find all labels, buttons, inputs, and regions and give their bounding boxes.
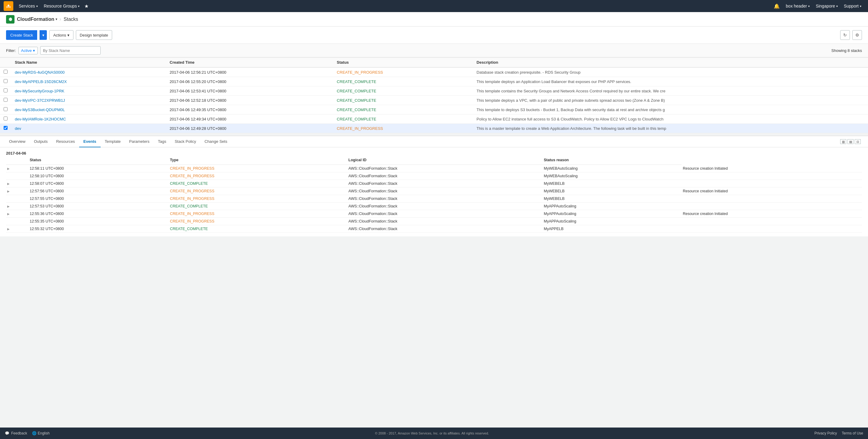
stack-name-link[interactable]: dev-MyRDS-4uGQNAS0000 xyxy=(15,70,65,75)
pin-icon[interactable]: ★ xyxy=(83,3,90,9)
event-reason: Resource creation Initiated xyxy=(682,210,862,218)
expand-arrow-icon[interactable]: ▶ xyxy=(7,227,10,231)
row-checkbox-cell xyxy=(0,67,11,77)
table-row[interactable]: dev-MyAPPELB-15D26CM2X 2017-04-06 12:55:… xyxy=(0,77,868,86)
row-description: This template deploys an Application Loa… xyxy=(473,77,868,86)
event-expand[interactable]: ▶ xyxy=(6,188,28,195)
expand-arrow-icon[interactable]: ▶ xyxy=(7,167,10,170)
tab-parameters[interactable]: Parameters xyxy=(125,136,154,147)
tab-stack-policy[interactable]: Stack Policy xyxy=(170,136,200,147)
row-checkbox[interactable] xyxy=(4,98,7,102)
cloudformation-icon xyxy=(6,15,14,24)
stack-name-link[interactable]: dev-MyS3Bucket-QDUPM0L xyxy=(15,107,65,112)
tab-template[interactable]: Template xyxy=(101,136,125,147)
table-row[interactable]: dev-MyVPC-37C2XPRWB1J 2017-04-06 12:52:1… xyxy=(0,96,868,105)
create-stack-split-button[interactable]: ▾ xyxy=(39,30,47,40)
stacks-table-wrapper: Stack Name Created Time Status Descripti… xyxy=(0,57,868,133)
expand-arrow-icon[interactable]: ▶ xyxy=(7,212,10,215)
event-logical-id: MyWEBAutoScaling xyxy=(542,165,682,172)
user-menu[interactable]: box header ▾ xyxy=(783,0,813,12)
services-menu[interactable]: Services ▾ xyxy=(16,0,41,12)
tab-outputs[interactable]: Outputs xyxy=(30,136,52,147)
event-expand[interactable]: ▶ xyxy=(6,210,28,218)
stack-name-link[interactable]: dev xyxy=(15,126,21,131)
table-row[interactable]: dev-MySecurityGroup-1PRK 2017-04-06 12:5… xyxy=(0,86,868,96)
tab-change-sets[interactable]: Change Sets xyxy=(200,136,231,147)
expand-arrow-icon[interactable]: ▶ xyxy=(7,190,10,193)
tab-events[interactable]: Events xyxy=(79,136,101,147)
event-expand[interactable]: ▶ xyxy=(6,165,28,172)
ev-header-status: Status xyxy=(28,157,168,165)
stacks-table: Stack Name Created Time Status Descripti… xyxy=(0,57,868,133)
tab-tags[interactable]: Tags xyxy=(154,136,170,147)
event-type: AWS::CloudFormation::Stack xyxy=(347,180,542,188)
toolbar: Create Stack ▾ Actions ▾ Design template… xyxy=(0,27,868,44)
event-type: AWS::CloudFormation::Stack xyxy=(347,188,542,195)
header-description: Description xyxy=(473,58,868,68)
event-expand[interactable]: ▶ xyxy=(6,225,28,233)
event-logical-id: MyAPPELB xyxy=(542,225,682,233)
filter-bar: Filter: Active ▾ Showing 8 stacks xyxy=(0,44,868,57)
design-template-button[interactable]: Design template xyxy=(76,30,112,40)
row-checkbox[interactable] xyxy=(4,107,7,111)
row-description: This template contains the Security Grou… xyxy=(473,86,868,96)
table-row[interactable]: dev-MyS3Bucket-QDUPM0L 2017-04-06 12:49:… xyxy=(0,105,868,114)
stack-name-link[interactable]: dev-MyAPPELB-15D26CM2X xyxy=(15,79,67,84)
header-stack-name: Stack Name xyxy=(11,58,166,68)
row-status: CREATE_IN_PROGRESS xyxy=(333,67,473,77)
tab-resources[interactable]: Resources xyxy=(52,136,79,147)
event-row: ▶ 12:58:11 UTC+0800 CREATE_IN_PROGRESS A… xyxy=(6,165,862,172)
ev-header-type: Type xyxy=(168,157,347,165)
row-checkbox[interactable] xyxy=(4,89,7,92)
actions-arrow-icon: ▾ xyxy=(67,33,69,37)
row-checkbox[interactable] xyxy=(4,126,7,130)
row-checkbox[interactable] xyxy=(4,116,7,121)
stack-name-link[interactable]: dev-MyVPC-37C2XPRWB1J xyxy=(15,98,65,103)
settings-button[interactable]: ⚙ xyxy=(852,30,862,40)
actions-button[interactable]: Actions ▾ xyxy=(49,30,73,40)
view-icon-2[interactable]: ▤ xyxy=(847,139,854,144)
event-status: CREATE_IN_PROGRESS xyxy=(168,172,347,180)
settings-icon: ⚙ xyxy=(855,33,859,37)
tab-overview[interactable]: Overview xyxy=(5,136,30,147)
event-expand[interactable]: ▶ xyxy=(6,180,28,188)
filter-stack-name-input[interactable] xyxy=(40,46,101,55)
event-status: CREATE_COMPLETE xyxy=(168,180,347,188)
region-menu[interactable]: Singapore ▾ xyxy=(813,0,841,12)
expand-arrow-icon[interactable]: ▶ xyxy=(7,205,10,208)
event-expand[interactable]: ▶ xyxy=(6,203,28,210)
aws-logo[interactable] xyxy=(4,1,13,11)
service-name[interactable]: CloudFormation ▾ xyxy=(17,16,57,22)
event-status: CREATE_IN_PROGRESS xyxy=(168,165,347,172)
view-icon-3[interactable]: ⊡ xyxy=(855,139,861,144)
event-type: AWS::CloudFormation::Stack xyxy=(347,195,542,203)
event-row: ▶ 12:57:53 UTC+0800 CREATE_COMPLETE AWS:… xyxy=(6,203,862,210)
event-time: 12:55:35 UTC+0800 xyxy=(28,218,168,225)
stack-name-link[interactable]: dev-MyIAMRole-1K2HOCMC xyxy=(15,117,66,122)
resource-groups-menu[interactable]: Resource Groups ▾ xyxy=(41,0,83,12)
table-row[interactable]: dev-MyIAMRole-1K2HOCMC 2017-04-06 12:49:… xyxy=(0,114,868,124)
table-row[interactable]: dev 2017-04-06 12:49:28 UTC+0800 CREATE_… xyxy=(0,124,868,133)
row-checkbox[interactable] xyxy=(4,79,7,83)
top-navigation: Services ▾ Resource Groups ▾ ★ 🔔 box hea… xyxy=(0,0,868,12)
refresh-button[interactable]: ↻ xyxy=(840,30,850,40)
stack-name-link[interactable]: dev-MySecurityGroup-1PRK xyxy=(15,89,64,93)
support-menu[interactable]: Support ▾ xyxy=(841,0,864,12)
event-reason xyxy=(682,195,862,203)
row-stack-name: dev-MySecurityGroup-1PRK xyxy=(11,86,166,96)
table-row[interactable]: dev-MyRDS-4uGQNAS0000 2017-04-06 12:56:2… xyxy=(0,67,868,77)
row-stack-name: dev-MyIAMRole-1K2HOCMC xyxy=(11,114,166,124)
filter-active-dropdown[interactable]: Active ▾ xyxy=(19,47,38,54)
event-time: 12:57:56 UTC+0800 xyxy=(28,188,168,195)
row-checkbox[interactable] xyxy=(4,70,7,74)
event-reason xyxy=(682,218,862,225)
create-stack-button[interactable]: Create Stack xyxy=(6,30,37,40)
event-type: AWS::CloudFormation::Stack xyxy=(347,225,542,233)
filter-label: Filter: xyxy=(6,48,16,53)
breadcrumb-separator: › xyxy=(60,16,61,22)
event-reason xyxy=(682,180,862,188)
expand-arrow-icon[interactable]: ▶ xyxy=(7,182,10,185)
row-stack-name: dev-MyAPPELB-15D26CM2X xyxy=(11,77,166,86)
view-icon-1[interactable]: ▥ xyxy=(840,139,846,144)
notifications-icon[interactable]: 🔔 xyxy=(771,3,783,9)
